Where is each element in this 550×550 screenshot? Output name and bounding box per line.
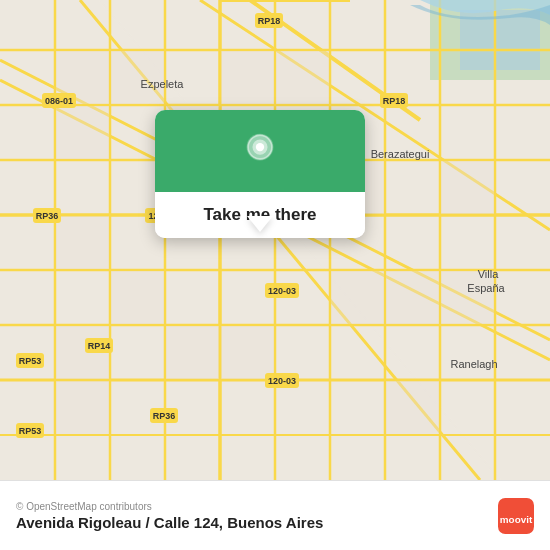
svg-rect-44	[441, 161, 494, 214]
svg-text:Ranelagh: Ranelagh	[450, 358, 497, 370]
bottom-bar: © OpenStreetMap contributors Avenida Rig…	[0, 480, 550, 550]
svg-text:120-03: 120-03	[268, 376, 296, 386]
svg-rect-29	[56, 106, 109, 159]
svg-rect-40	[221, 326, 274, 379]
svg-text:086-01: 086-01	[45, 96, 73, 106]
svg-point-76	[256, 143, 264, 151]
svg-text:Berazategui: Berazategui	[371, 148, 430, 160]
svg-rect-42	[386, 271, 439, 324]
svg-rect-36	[111, 271, 164, 324]
svg-rect-38	[56, 381, 109, 434]
svg-rect-32	[276, 51, 329, 104]
copyright-text: © OpenStreetMap contributors	[16, 501, 323, 512]
moovit-icon: moovit	[498, 498, 534, 534]
location-address: Avenida Rigoleau / Calle 124, Buenos Air…	[16, 514, 323, 531]
popup-pointer	[247, 216, 273, 232]
popup-header	[155, 110, 365, 192]
svg-text:RP36: RP36	[153, 411, 176, 421]
svg-text:120-03: 120-03	[268, 286, 296, 296]
svg-text:RP18: RP18	[258, 16, 281, 26]
svg-rect-35	[56, 216, 109, 269]
svg-text:RP36: RP36	[36, 211, 59, 221]
moovit-logo: moovit	[498, 498, 534, 534]
svg-rect-45	[386, 381, 439, 434]
svg-text:RP53: RP53	[19, 356, 42, 366]
svg-text:Ezpeleta: Ezpeleta	[141, 78, 185, 90]
svg-rect-39	[166, 326, 219, 379]
svg-text:RP53: RP53	[19, 426, 42, 436]
svg-rect-41	[331, 271, 384, 324]
svg-text:España: España	[467, 282, 505, 294]
location-info: © OpenStreetMap contributors Avenida Rig…	[16, 501, 323, 531]
svg-text:RP18: RP18	[383, 96, 406, 106]
svg-text:moovit: moovit	[500, 514, 533, 525]
svg-text:RP14: RP14	[88, 341, 111, 351]
svg-rect-31	[221, 51, 274, 104]
map-area[interactable]: RP18 RP18 086-01 RP36 120 120-03 RP53 RP…	[0, 0, 550, 480]
svg-text:Villa: Villa	[478, 268, 499, 280]
map-pin-icon	[239, 132, 281, 174]
